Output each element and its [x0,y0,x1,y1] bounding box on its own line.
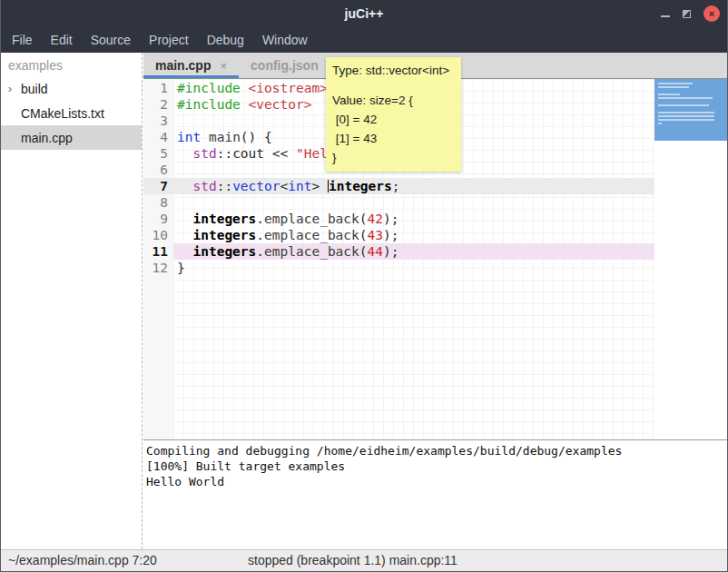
token-pp: #include [177,81,241,95]
token-pl: ); [383,244,398,259]
minimap-visible-region[interactable] [654,79,727,141]
token-pl: ( [359,244,368,259]
code-text[interactable]: } [173,260,654,276]
token-fn: emplace_back [264,228,359,242]
minimap-code-line [658,112,714,113]
sidebar-item-build[interactable]: ›build [1,76,142,101]
code-text[interactable]: integers.emplace_back(44); [173,243,654,260]
terminal-output-line: Hello World [146,474,725,489]
tab-label: config.json [251,58,319,73]
menu-item-source[interactable]: Source [82,27,140,53]
tab-config-json[interactable]: config.json [239,53,330,78]
token-ns: std [192,179,216,193]
status-debug-state: stopped (breakpoint 1.1) main.cpp:11 [248,550,457,571]
app-window: juCi++ × FileEditSourceProjectDebugWindo… [0,0,728,572]
minimap-code-line [658,97,713,99]
tooltip-type-line: Type: std::vector<int> [332,61,461,80]
minimap-code-line [658,94,680,95]
chevron-right-icon[interactable]: › [8,83,21,95]
token-str: "Hel [296,146,328,161]
code-line-12[interactable]: 12} [143,260,654,276]
token-kw: int [288,179,311,193]
code-text[interactable]: std::vector<int> integers; [173,178,654,194]
line-number: 12 [143,260,173,276]
token-var: integers [192,244,256,259]
line-number: 4 [143,129,173,145]
tooltip-value-block: Value: size=2 { [0] = 42 [1] = 43} [332,91,461,167]
menu-item-window[interactable]: Window [253,27,317,53]
token-kw: vector [232,179,280,193]
status-file-position: ~/examples/main.cpp 7:20 [8,550,157,571]
terminal-output-line: [100%] Built target examples [146,459,725,474]
token-var: integers [192,228,256,242]
token-pl: ( [359,228,368,242]
tooltip-value-line: [0] = 42 [332,110,461,129]
tab-main-cpp[interactable]: main.cpp× [143,53,239,78]
menu-item-file[interactable]: File [3,27,42,53]
code-text[interactable]: integers.emplace_back(42); [173,211,654,227]
tooltip-value-line: } [332,148,461,167]
token-pl [177,212,192,226]
tooltip-value-line: [1] = 43 [332,129,461,148]
code-line-10[interactable]: 10 integers.emplace_back(43); [143,227,654,243]
code-line-8[interactable]: 8 [143,194,654,211]
token-inc: <vector> [249,97,312,112]
menu-item-project[interactable]: Project [140,27,198,53]
token-pl: () { [241,130,272,144]
minimap-code-line [658,123,662,124]
token-var: integers [192,212,256,226]
code-text[interactable]: integers.emplace_back(43); [173,227,654,243]
token-num: 43 [368,228,383,242]
token-fn: main [209,130,241,144]
minimap-code-line [658,115,714,117]
code-text[interactable] [173,194,654,211]
maximize-icon[interactable] [683,10,691,18]
token-pl: ::cout << [217,146,296,161]
token-pl: ( [359,212,368,226]
token-pl [241,81,249,95]
token-pl [177,228,192,242]
token-pl: < [280,179,289,193]
code-line-9[interactable]: 9 integers.emplace_back(42); [143,211,654,227]
token-kw: int [177,130,201,144]
token-pp: #include [177,97,241,112]
token-pl [177,179,192,193]
token-pl [177,146,192,161]
project-name-header: examples [1,53,142,76]
line-number: 7 [143,178,173,194]
line-number: 11 [143,243,173,260]
terminal-output-line: Compiling and debugging /home/eidheim/ex… [146,443,725,459]
line-number: 3 [143,113,173,129]
close-icon[interactable]: × [703,5,720,22]
token-inc: <iostream> [249,81,328,95]
status-bar: ~/examples/main.cpp 7:20 stopped (breakp… [1,549,727,571]
token-ns: std [192,146,216,161]
token-pl [177,244,192,259]
line-number: 10 [143,227,173,243]
file-tree-sidebar: examples ›buildCMakeLists.txtmain.cpp [1,53,143,549]
sidebar-item-main-cpp[interactable]: main.cpp [1,125,142,150]
token-pl [241,97,249,112]
minimap-code-line [658,83,693,84]
code-line-7[interactable]: 7 std::vector<int> integers; [143,178,654,194]
sidebar-item-cmakelists-txt[interactable]: CMakeLists.txt [1,101,142,125]
minimap[interactable] [654,79,727,439]
token-num: 44 [368,244,383,259]
code-line-11[interactable]: 11 integers.emplace_back(44); [143,243,654,260]
line-number: 2 [143,96,173,113]
token-pl: . [256,212,264,226]
token-pl: > [311,179,327,193]
token-num: 42 [368,212,383,226]
minimap-code-line [658,119,714,121]
menu-bar: FileEditSourceProjectDebugWindow [1,27,727,53]
token-pl: } [177,261,185,275]
menu-item-edit[interactable]: Edit [42,27,82,53]
token-pl: ); [383,228,398,242]
menu-item-debug[interactable]: Debug [198,27,253,53]
sidebar-item-label: build [21,82,48,96]
sidebar-item-label: main.cpp [21,131,73,145]
minimize-icon[interactable] [661,15,670,17]
tab-close-icon[interactable]: × [220,59,227,73]
line-number: 8 [143,194,173,211]
token-pl: . [256,228,264,242]
